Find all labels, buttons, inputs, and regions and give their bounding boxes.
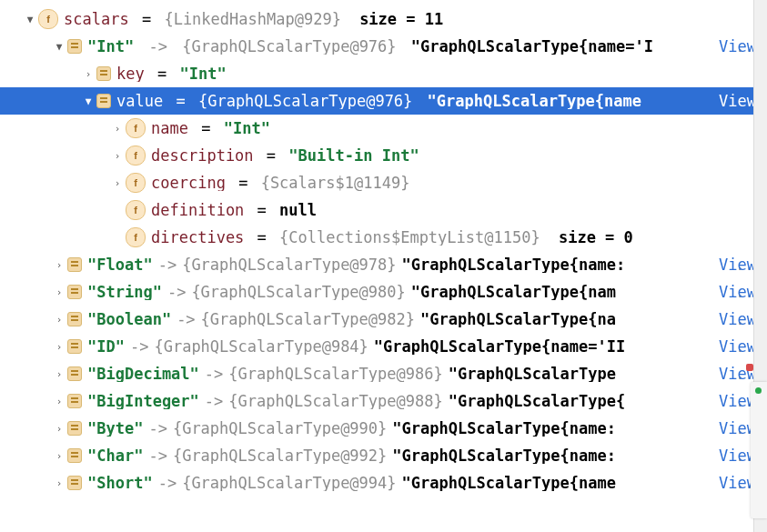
tree-row-entry[interactable]: ›"ID"->{GraphQLScalarType@984}"GraphQLSc… <box>0 333 767 360</box>
field-icon <box>126 118 146 138</box>
status-dot-icon <box>755 387 762 394</box>
entry-type: {GraphQLScalarType@994} <box>182 476 396 491</box>
expand-arrow-right-icon[interactable]: › <box>51 451 67 461</box>
tree-row-entry[interactable]: ›"Float"->{GraphQLScalarType@978}"GraphQ… <box>0 251 767 278</box>
expand-arrow-right-icon[interactable]: › <box>109 178 126 188</box>
entry-tostring: "GraphQLScalarType{ <box>449 394 625 409</box>
expand-arrow-right-icon[interactable]: › <box>80 69 96 79</box>
view-link[interactable]: View <box>713 257 756 273</box>
entry-key: "BigInteger" <box>87 394 199 409</box>
map-entry-icon <box>67 339 82 354</box>
entry-tostring: "GraphQLScalarType{na <box>420 312 616 327</box>
map-entry-icon <box>67 421 82 436</box>
map-entry-icon <box>67 39 82 54</box>
expand-arrow-down-icon[interactable]: ▼ <box>51 42 67 52</box>
map-entry-icon <box>67 285 82 299</box>
field-icon <box>126 227 146 247</box>
tree-row-entry[interactable]: ›"BigDecimal"->{GraphQLScalarType@986}"G… <box>0 360 767 387</box>
map-entry-icon <box>67 257 82 272</box>
entry-key: "Short" <box>87 476 153 491</box>
expand-arrow-right-icon[interactable]: › <box>51 369 67 379</box>
entry-type: {GraphQLScalarType@980} <box>191 285 405 300</box>
expand-arrow-right-icon[interactable]: › <box>109 124 126 134</box>
expand-arrow-right-icon[interactable]: › <box>51 315 67 325</box>
map-entry-icon <box>67 394 82 408</box>
entry-type: {GraphQLScalarType@990} <box>173 421 387 437</box>
field-icon <box>126 173 146 193</box>
view-link[interactable]: View <box>713 285 756 300</box>
entry-tostring: "GraphQLScalarType{name='II <box>374 339 625 355</box>
expand-arrow-right-icon[interactable]: › <box>51 287 67 297</box>
tree-row-entry[interactable]: ›"BigInteger"->{GraphQLScalarType@988}"G… <box>0 387 767 415</box>
view-link[interactable]: View <box>713 394 756 409</box>
entry-key: "ID" <box>87 339 125 355</box>
entry-tostring: "GraphQLScalarType <box>449 366 616 382</box>
tree-row-int-value[interactable]: ▼ value = {GraphQLScalarType@976} "Graph… <box>0 87 767 115</box>
view-link[interactable]: View <box>713 39 756 55</box>
tree-row-entry[interactable]: ›"String"->{GraphQLScalarType@980}"Graph… <box>0 278 767 306</box>
expand-arrow-right-icon[interactable]: › <box>51 342 67 352</box>
tree-row-int-key[interactable]: › key = "Int" <box>0 60 767 87</box>
field-icon <box>126 146 146 166</box>
entry-key: "Boolean" <box>87 312 171 327</box>
entry-tostring: "GraphQLScalarType{name: <box>392 448 616 464</box>
expand-arrow-down-icon[interactable]: ▼ <box>22 15 38 25</box>
entry-type: {GraphQLScalarType@978} <box>182 257 396 273</box>
tree-row-int-directives[interactable]: › directives = {Collections$EmptyList@11… <box>0 224 767 251</box>
var-name: scalars <box>64 12 129 27</box>
entry-tostring: "GraphQLScalarType{name <box>402 476 616 491</box>
view-link[interactable]: View <box>713 339 756 355</box>
tree-row-int-coercing[interactable]: › coercing = {Scalars$1@1149} <box>0 169 767 196</box>
error-stripe-marker[interactable] <box>746 364 753 371</box>
entry-key: "String" <box>87 285 162 300</box>
entry-type: {GraphQLScalarType@986} <box>228 366 442 382</box>
expand-arrow-right-icon[interactable]: › <box>51 478 67 488</box>
entry-tostring: "GraphQLScalarType{name: <box>392 421 616 437</box>
expand-arrow-right-icon[interactable]: › <box>109 151 126 161</box>
tree-row-entry[interactable]: ›"Char"->{GraphQLScalarType@992}"GraphQL… <box>0 442 767 469</box>
entry-type: {GraphQLScalarType@982} <box>201 312 415 327</box>
expand-arrow-right-icon[interactable]: › <box>51 396 67 407</box>
view-link[interactable]: View <box>713 448 756 464</box>
entry-type: {GraphQLScalarType@984} <box>154 339 368 355</box>
entry-key: "Char" <box>87 448 143 464</box>
entry-type: {GraphQLScalarType@988} <box>228 394 442 409</box>
view-link[interactable]: View <box>713 421 756 437</box>
entry-tostring: "GraphQLScalarType{name: <box>402 257 626 273</box>
tree-row-entry[interactable]: ›"Boolean"->{GraphQLScalarType@982}"Grap… <box>0 306 767 333</box>
expand-arrow-right-icon[interactable]: › <box>51 260 67 270</box>
map-entry-icon <box>67 476 82 490</box>
view-link[interactable]: View <box>713 94 756 109</box>
entry-key: "BigDecimal" <box>87 366 199 382</box>
map-entry-icon <box>96 66 111 81</box>
map-entry-icon <box>67 366 82 381</box>
tree-row-int-name[interactable]: › name = "Int" <box>0 115 767 142</box>
tool-window-tab-mybatis[interactable]: MyBatis datasourc <box>751 382 767 518</box>
tree-row-int-definition[interactable]: › definition = null <box>0 196 767 224</box>
view-link[interactable]: View <box>713 312 756 327</box>
entry-tostring: "GraphQLScalarType{nam <box>411 285 616 300</box>
expand-arrow-right-icon[interactable]: › <box>51 424 67 434</box>
field-icon <box>38 9 58 29</box>
expand-arrow-down-icon[interactable]: ▼ <box>80 96 96 106</box>
entry-key: "Byte" <box>87 421 143 437</box>
map-entry-icon <box>96 94 111 108</box>
map-entry-icon <box>67 448 82 463</box>
entry-key: "Float" <box>87 257 153 273</box>
map-entry-icon <box>67 312 82 326</box>
tree-row-entry[interactable]: ›"Byte"->{GraphQLScalarType@990}"GraphQL… <box>0 415 767 442</box>
debugger-variable-tree: ▼ scalars = {LinkedHashMap@929} size = 1… <box>0 0 767 497</box>
field-icon <box>126 200 146 220</box>
tree-row-int-description[interactable]: › description = "Built-in Int" <box>0 142 767 169</box>
entry-type: {GraphQLScalarType@992} <box>173 448 387 464</box>
tree-row-scalars[interactable]: ▼ scalars = {LinkedHashMap@929} size = 1… <box>0 5 767 33</box>
tree-row-entry[interactable]: ›"Short"->{GraphQLScalarType@994}"GraphQ… <box>0 469 767 497</box>
tree-row-entry-int[interactable]: ▼ "Int" -> {GraphQLScalarType@976} "Grap… <box>0 33 767 60</box>
view-link[interactable]: View <box>713 476 756 491</box>
